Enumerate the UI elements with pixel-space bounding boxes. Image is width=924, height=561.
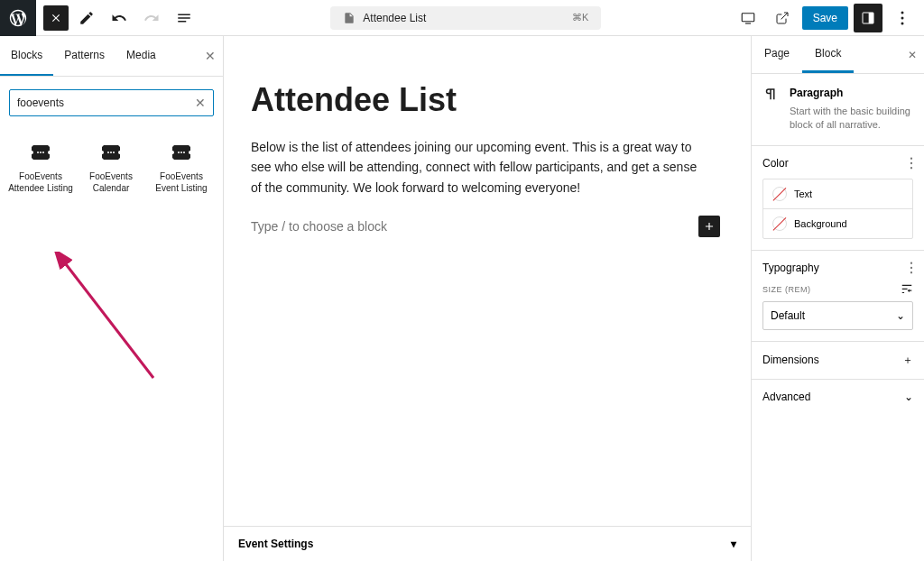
font-size-select[interactable]: Default ⌄ xyxy=(762,301,913,330)
tab-page[interactable]: Page xyxy=(752,36,802,73)
svg-rect-0 xyxy=(742,13,754,21)
inserter-close-button[interactable]: ✕ xyxy=(205,49,216,63)
svg-point-10 xyxy=(42,152,44,153)
svg-point-20 xyxy=(910,167,912,169)
inserter-toggle-button[interactable] xyxy=(43,5,69,31)
svg-point-19 xyxy=(910,162,912,164)
svg-point-23 xyxy=(910,271,912,273)
settings-close-button[interactable]: ✕ xyxy=(908,49,917,61)
more-icon[interactable] xyxy=(910,262,913,274)
color-section-header[interactable]: Color xyxy=(762,157,913,170)
ticket-icon xyxy=(171,142,192,163)
event-settings-label: Event Settings xyxy=(238,538,313,550)
add-block-button[interactable] xyxy=(698,216,720,237)
advanced-section: Advanced ⌄ xyxy=(752,380,924,414)
page-title[interactable]: Attendee List xyxy=(251,81,724,119)
ticket-icon xyxy=(30,142,51,163)
block-info-text: Paragraph Start with the basic building … xyxy=(790,87,913,133)
chevron-down-icon: ⌄ xyxy=(896,309,905,322)
block-name: Paragraph xyxy=(790,87,913,99)
svg-point-13 xyxy=(113,152,115,153)
block-description: Start with the basic building block of a… xyxy=(790,105,913,133)
block-info: Paragraph Start with the basic building … xyxy=(752,74,924,146)
block-item-attendee-listing[interactable]: FooEvents Attendee Listing xyxy=(5,133,76,203)
size-label: SIZE (REM) xyxy=(762,285,811,294)
settings-slider-icon[interactable] xyxy=(901,283,913,296)
more-icon[interactable] xyxy=(910,157,913,170)
svg-point-12 xyxy=(110,152,112,153)
svg-point-22 xyxy=(910,267,912,269)
svg-point-6 xyxy=(901,16,904,19)
search-input-container[interactable]: ✕ xyxy=(9,89,214,116)
advanced-section-header[interactable]: Advanced ⌄ xyxy=(762,391,913,403)
svg-point-14 xyxy=(178,152,180,153)
ticket-icon xyxy=(100,142,122,163)
search-wrap: ✕ xyxy=(0,77,223,125)
dimensions-section-header[interactable]: Dimensions ＋ xyxy=(762,353,913,368)
topbar: Attendee List ⌘K Save xyxy=(0,0,924,36)
svg-point-5 xyxy=(901,11,904,14)
color-rows: Text Background xyxy=(762,179,913,239)
wordpress-logo[interactable] xyxy=(0,0,36,36)
tab-media[interactable]: Media xyxy=(116,36,167,76)
typography-label: Typography xyxy=(762,262,819,274)
topbar-right: Save xyxy=(734,4,924,32)
svg-point-8 xyxy=(37,152,39,153)
redo-button[interactable] xyxy=(137,4,166,32)
paragraph-icon xyxy=(762,87,781,133)
settings-panel-toggle[interactable] xyxy=(854,4,882,32)
plus-icon: ＋ xyxy=(902,353,913,368)
document-title-bar[interactable]: Attendee List ⌘K xyxy=(330,6,601,30)
topbar-left xyxy=(0,0,199,36)
tab-patterns[interactable]: Patterns xyxy=(53,36,116,76)
preview-external-button[interactable] xyxy=(768,4,797,32)
settings-tabs: Page Block ✕ xyxy=(752,36,924,74)
undo-button[interactable] xyxy=(105,4,134,32)
advanced-label: Advanced xyxy=(762,391,810,403)
dimensions-section: Dimensions ＋ xyxy=(752,342,924,380)
annotation-arrow xyxy=(54,252,162,387)
chevron-down-icon: ▾ xyxy=(731,538,736,550)
text-color-row[interactable]: Text xyxy=(763,179,912,208)
block-appender-placeholder[interactable]: Type / to choose a block xyxy=(251,219,387,234)
block-search-input[interactable] xyxy=(17,97,195,109)
event-settings-panel[interactable]: Event Settings ▾ xyxy=(224,526,751,561)
view-button[interactable] xyxy=(734,4,762,32)
block-label: FooEvents Attendee Listing xyxy=(7,170,74,194)
editor-canvas: Attendee List Below is the list of atten… xyxy=(224,36,751,561)
color-swatch-none xyxy=(772,216,787,231)
block-item-event-listing[interactable]: FooEvents Event Listing xyxy=(146,133,217,203)
background-color-label: Background xyxy=(794,218,847,229)
edit-tool-button[interactable] xyxy=(72,4,101,32)
search-clear-button[interactable]: ✕ xyxy=(195,96,206,110)
tab-block[interactable]: Block xyxy=(802,36,854,73)
inserter-panel: Blocks Patterns Media ✕ ✕ FooEvents Atte… xyxy=(0,36,224,561)
svg-point-21 xyxy=(910,262,912,263)
topbar-center: Attendee List ⌘K xyxy=(199,6,734,30)
block-item-calendar[interactable]: FooEvents Calendar xyxy=(76,133,146,203)
color-swatch-none xyxy=(772,187,787,201)
svg-rect-4 xyxy=(869,13,873,23)
document-overview-button[interactable] xyxy=(170,4,199,32)
tab-blocks[interactable]: Blocks xyxy=(0,36,53,76)
typography-section: Typography SIZE (REM) Default ⌄ xyxy=(752,251,924,342)
svg-line-2 xyxy=(781,13,787,19)
background-color-row[interactable]: Background xyxy=(763,208,912,238)
inserter-tabs: Blocks Patterns Media ✕ xyxy=(0,36,223,77)
paragraph-block[interactable]: Below is the list of attendees joining o… xyxy=(251,137,702,198)
options-button[interactable] xyxy=(888,4,917,32)
text-color-label: Text xyxy=(794,189,812,199)
shortcut-hint: ⌘K xyxy=(572,12,588,23)
color-section: Color Text Background xyxy=(752,146,924,251)
block-label: FooEvents Calendar xyxy=(78,170,144,194)
color-section-label: Color xyxy=(762,157,789,170)
svg-point-7 xyxy=(901,22,904,24)
svg-point-11 xyxy=(107,152,109,153)
font-size-value: Default xyxy=(771,309,805,322)
document-content[interactable]: Attendee List Below is the list of atten… xyxy=(224,36,751,526)
typography-section-header[interactable]: Typography xyxy=(762,262,913,274)
svg-line-17 xyxy=(63,261,153,378)
dimensions-label: Dimensions xyxy=(762,354,819,366)
save-button[interactable]: Save xyxy=(802,6,848,30)
block-label: FooEvents Event Listing xyxy=(148,170,215,194)
